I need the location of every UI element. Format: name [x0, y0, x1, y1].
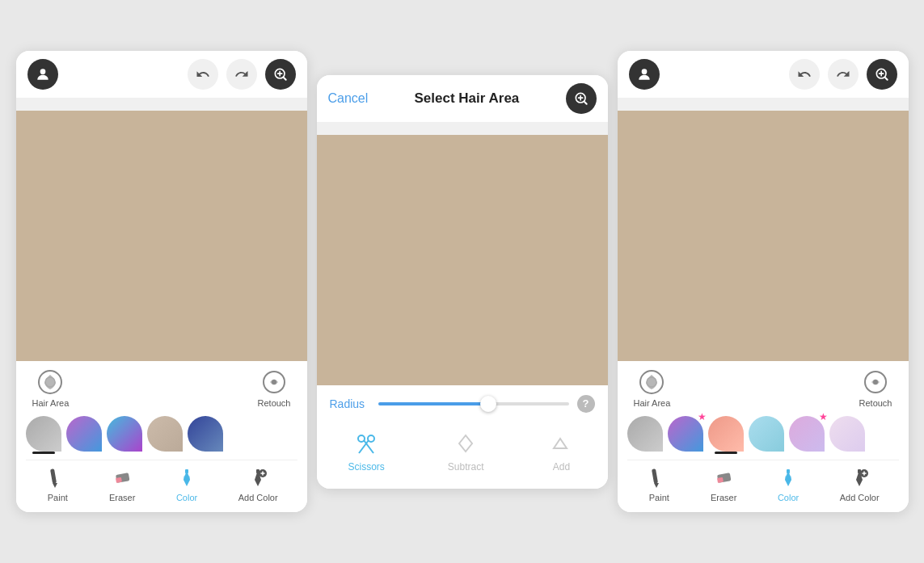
right-retouch-label: Retouch: [859, 398, 892, 408]
middle-spacer: [317, 482, 608, 489]
right-header: [618, 51, 909, 98]
left-undo-button[interactable]: [188, 59, 218, 90]
left-hair-area-label: Hair Area: [32, 398, 70, 408]
left-eraser-label: Eraser: [109, 493, 135, 502]
right-redo-icon: [836, 67, 850, 82]
right-retouch-icon: [861, 368, 890, 397]
left-redo-button[interactable]: [226, 59, 257, 90]
left-swatch-5[interactable]: [188, 416, 223, 452]
right-swatch-4[interactable]: [749, 416, 784, 452]
right-user-icon: [636, 66, 652, 82]
add-svg: [549, 431, 575, 456]
svg-rect-10: [185, 469, 188, 473]
cancel-button[interactable]: Cancel: [328, 88, 369, 109]
right-add-color-tool[interactable]: Add Color: [840, 465, 880, 502]
right-swatch-5[interactable]: ★: [789, 416, 825, 452]
right-add-color-icon: [846, 465, 872, 491]
left-toolbar-top: Hair Area Retouch: [26, 368, 297, 408]
left-swatches: [26, 413, 297, 455]
left-header: [16, 51, 307, 98]
color-svg: [175, 467, 198, 489]
radius-info: ?: [577, 395, 595, 413]
left-color-label: Color: [176, 493, 197, 502]
middle-controls: Radius ? Scissors: [317, 385, 608, 489]
left-eraser-tool[interactable]: Eraser: [109, 465, 135, 502]
right-image-area: [618, 111, 909, 361]
right-eraser-tool[interactable]: Eraser: [711, 465, 736, 502]
right-swatch-6[interactable]: [829, 416, 865, 452]
left-retouch-label: Retouch: [258, 398, 291, 408]
add-label: Add: [553, 461, 570, 473]
right-swatch-2[interactable]: ★: [668, 416, 703, 452]
left-swatch-3[interactable]: [107, 416, 142, 452]
left-hair-area-icon: [36, 368, 65, 397]
radius-bar: Radius ?: [317, 385, 608, 422]
subtract-icon: [451, 429, 480, 458]
right-color-tool[interactable]: Color: [775, 465, 801, 502]
left-header-left: [27, 59, 58, 90]
middle-header: Cancel Select Hair Area: [317, 75, 608, 122]
scissors-svg: [353, 431, 379, 456]
svg-rect-26: [717, 477, 724, 483]
left-add-color-label: Add Color: [238, 493, 278, 502]
right-bottom-tools: Paint Eraser: [627, 460, 899, 509]
right-swatch-1[interactable]: [627, 416, 663, 452]
right-zoom-button[interactable]: [867, 59, 897, 90]
left-retouch-tool[interactable]: Retouch: [258, 368, 291, 408]
svg-point-27: [785, 475, 791, 481]
retouch-svg: [260, 368, 288, 396]
left-add-color-tool[interactable]: Add Color: [238, 465, 278, 502]
scissors-icon: [352, 429, 381, 458]
middle-zoom-button[interactable]: [566, 83, 597, 114]
svg-point-18: [641, 69, 647, 74]
right-hair-area-icon: [637, 368, 666, 397]
left-paint-label: Paint: [48, 493, 68, 502]
svg-point-5: [272, 380, 276, 384]
left-retouch-icon: [259, 368, 289, 397]
right-paint-label: Paint: [649, 493, 669, 502]
left-swatch-2[interactable]: [66, 416, 102, 452]
left-zoom-button[interactable]: [265, 59, 296, 90]
svg-point-23: [873, 380, 878, 384]
right-redo-button[interactable]: [828, 59, 859, 90]
left-top-bar: [16, 98, 307, 111]
left-paint-icon: [44, 465, 70, 491]
svg-point-0: [40, 69, 45, 74]
right-retouch-tool[interactable]: Retouch: [859, 368, 892, 408]
left-paint-tool[interactable]: Paint: [44, 465, 70, 502]
left-swatch-1[interactable]: [26, 416, 61, 452]
right-paint-icon: [646, 465, 672, 491]
add-icon: [547, 429, 576, 458]
left-hair-area-tool[interactable]: Hair Area: [32, 368, 70, 408]
right-hair-area-tool[interactable]: Hair Area: [634, 368, 671, 408]
radius-slider[interactable]: [378, 402, 569, 405]
svg-rect-8: [116, 477, 122, 483]
right-hair-area-label: Hair Area: [634, 398, 671, 408]
right-user-button[interactable]: [629, 59, 660, 90]
user-icon: [35, 66, 51, 82]
right-undo-button[interactable]: [789, 59, 820, 90]
subtract-tool[interactable]: Subtract: [448, 429, 484, 473]
middle-title: Select Hair Area: [368, 90, 565, 107]
left-add-color-icon: [245, 465, 271, 491]
right-swatch-3[interactable]: [708, 416, 744, 452]
right-top-bar: [618, 98, 909, 111]
right-color-icon: [775, 465, 801, 491]
left-user-button[interactable]: [27, 59, 58, 90]
redo-icon: [234, 67, 249, 82]
right-undo-icon: [797, 67, 812, 82]
right-color-svg: [777, 467, 800, 489]
radius-label: Radius: [330, 397, 370, 410]
left-header-right: [188, 59, 296, 90]
right-eraser-label: Eraser: [711, 493, 736, 502]
left-color-tool[interactable]: Color: [174, 465, 200, 502]
eraser-svg: [111, 467, 133, 489]
scissors-tool[interactable]: Scissors: [348, 429, 384, 473]
right-paint-tool[interactable]: Paint: [646, 465, 672, 502]
add-tool[interactable]: Add: [547, 429, 576, 473]
radius-thumb[interactable]: [480, 396, 496, 412]
left-swatch-4[interactable]: [147, 416, 183, 452]
svg-rect-24: [652, 468, 658, 484]
middle-panel: Cancel Select Hair Area: [317, 75, 608, 489]
right-color-label: Color: [778, 493, 799, 502]
